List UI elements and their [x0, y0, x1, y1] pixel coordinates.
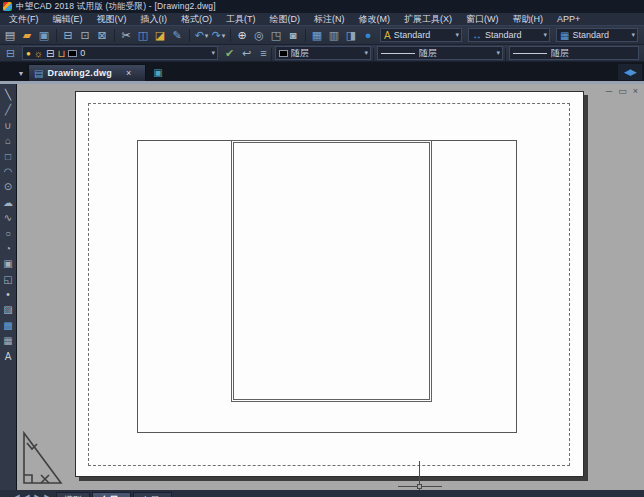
mtext-icon[interactable]: A [1, 349, 16, 364]
cut-icon[interactable]: ✂ [119, 28, 134, 43]
layer-unlock-icon[interactable]: ⊔ [57, 48, 65, 59]
menu-item[interactable]: 插入(I) [134, 13, 175, 26]
print-icon[interactable]: ⊟ [61, 28, 76, 43]
make-object-layer-current-icon[interactable]: ✔ [222, 46, 237, 61]
make-block-icon[interactable]: ◱ [1, 272, 16, 287]
text-style-combo[interactable]: A Standard ▾ [380, 28, 462, 42]
layer-previous-icon[interactable]: ↩ [239, 46, 254, 61]
revision-cloud-icon[interactable]: ☁ [1, 195, 16, 210]
menubar: 文件(F)编辑(E)视图(V)插入(I)格式(O)工具(T)绘图(D)标注(N)… [0, 13, 644, 26]
menu-item[interactable]: 窗口(W) [459, 13, 506, 26]
designcenter-icon[interactable]: ▥ [327, 28, 342, 43]
paste-icon[interactable]: ◪ [153, 28, 168, 43]
next-layout-tab-button[interactable]: ▶ [32, 492, 42, 497]
tab-label: Drawing2.dwg [47, 68, 112, 78]
arc-icon[interactable]: ◠ [1, 164, 16, 179]
drawn-rectangle[interactable] [233, 142, 430, 400]
style-combo-value: Standard [485, 30, 539, 40]
menu-item[interactable]: 视图(V) [90, 13, 134, 26]
undo-icon[interactable]: ↶▾ [194, 28, 209, 43]
ellipse-arc-icon[interactable]: ◔ [1, 241, 16, 256]
ellipse-icon[interactable]: ○ [1, 226, 16, 241]
toolbox-icon[interactable]: ◨ [344, 28, 359, 43]
linetype-combo[interactable]: 随层 ▾ [377, 46, 503, 60]
menu-item[interactable]: 工具(T) [219, 13, 263, 26]
tab-drawing2[interactable]: ▤ Drawing2.dwg × [28, 64, 146, 81]
layout-tab[interactable]: 布局2 [133, 492, 172, 497]
menu-item[interactable]: 绘图(D) [263, 13, 308, 26]
match-properties-icon[interactable]: ✎ [170, 28, 185, 43]
insert-block-icon[interactable]: ▣ [1, 256, 16, 271]
menu-item[interactable]: 格式(O) [174, 13, 219, 26]
layer-freeze-sun-icon[interactable]: ☼ [34, 48, 43, 59]
linetype-sample-icon [381, 53, 415, 54]
layer-combo[interactable]: ● ☼ ⊟ ⊔ 0 ▾ [22, 46, 218, 60]
hatch-icon[interactable]: ▨ [1, 302, 16, 317]
circle-icon[interactable]: ⊙ [1, 179, 16, 194]
properties-palette-icon[interactable]: ▦ [310, 28, 325, 43]
new-drawing-button[interactable]: ▣ [150, 65, 166, 80]
new-file-icon[interactable]: ▤ [3, 28, 18, 43]
style-combo-icon: A [384, 30, 391, 41]
zoom-realtime-icon[interactable]: ◎ [252, 28, 267, 43]
polygon-icon[interactable]: ⌂ [1, 133, 16, 148]
lineweight-combo[interactable]: 随层 [509, 46, 639, 60]
zoom-window-icon[interactable]: ◳ [269, 28, 284, 43]
help-icon[interactable]: ● [361, 28, 376, 43]
open-folder-icon[interactable]: ▰ [20, 28, 35, 43]
prev-layout-tab-button[interactable]: ◀ [22, 492, 32, 497]
copy-icon[interactable]: ◫ [136, 28, 151, 43]
zoom-previous-icon[interactable]: ◙ [286, 28, 301, 43]
tab-list-dropdown-icon[interactable]: ▼ [14, 65, 28, 81]
menu-item[interactable]: 文件(F) [2, 13, 46, 26]
current-lineweight-value: 随层 [551, 47, 636, 60]
point-icon[interactable]: • [1, 287, 16, 302]
child-close-button[interactable]: × [633, 86, 638, 96]
pickbox-cursor [417, 484, 422, 489]
table-icon[interactable]: ▦ [1, 333, 16, 348]
last-layout-tab-button[interactable]: ▶ [42, 492, 52, 497]
plot-icon[interactable]: ⊠ [95, 28, 110, 43]
gradient-icon[interactable]: ▩ [1, 318, 16, 333]
style-combo-icon: ▦ [560, 30, 569, 41]
child-restore-button[interactable]: ▭ [618, 86, 627, 96]
line-icon[interactable]: ╲ [1, 87, 16, 102]
tab-scroll-control[interactable]: ◀▶ [618, 64, 642, 80]
spline-icon[interactable]: ∿ [1, 210, 16, 225]
dim-style-combo[interactable]: ↔ Standard ▾ [468, 28, 550, 42]
app-logo-icon [3, 2, 12, 11]
drawing-file-icon: ▤ [34, 68, 43, 79]
layout-tab[interactable]: 模型 [56, 492, 90, 497]
menu-item[interactable]: 帮助(H) [506, 13, 551, 26]
print-preview-icon[interactable]: ⊡ [78, 28, 93, 43]
menu-item[interactable]: 标注(N) [307, 13, 352, 26]
menu-item[interactable]: 修改(M) [352, 13, 398, 26]
document-tabbar: ▼ ▤ Drawing2.dwg × ▣ ◀▶ [0, 62, 644, 84]
save-icon[interactable]: ▣ [37, 28, 52, 43]
standard-toolbar: ▤▰▣⊟⊡⊠✂◫◪✎↶▾↷▾⊕◎◳◙▦▥◨● A Standard ▾ ↔ St… [0, 26, 644, 45]
layer-plot-icon[interactable]: ⊟ [46, 48, 54, 59]
layout-tab[interactable]: 布局1 [92, 492, 131, 497]
first-layout-tab-button[interactable]: ◀ [12, 492, 22, 497]
menu-item[interactable]: APP+ [550, 14, 587, 24]
window-title: 中望CAD 2018 试用版 (功能受限) - [Drawing2.dwg] [16, 1, 216, 13]
layer-manager-icon[interactable]: ⊟ [3, 46, 18, 61]
construction-line-icon[interactable]: ╱ [1, 102, 16, 117]
menu-item[interactable]: 编辑(E) [46, 13, 90, 26]
rectangle-icon[interactable]: □ [1, 149, 16, 164]
layer-states-icon[interactable]: ≡ [256, 46, 271, 61]
chevron-down-icon: ▾ [211, 49, 215, 57]
menu-item[interactable]: 扩展工具(X) [397, 13, 459, 26]
close-tab-icon[interactable]: × [126, 68, 131, 78]
zwcad-window: 中望CAD 2018 试用版 (功能受限) - [Drawing2.dwg] 文… [0, 0, 644, 497]
drawing-canvas[interactable]: ─ ▭ × [17, 84, 644, 490]
redo-icon[interactable]: ↷▾ [211, 28, 226, 43]
table-style-combo[interactable]: ▦ Standard ▾ [556, 28, 638, 42]
color-combo[interactable]: 随层 ▾ [275, 46, 371, 60]
chevron-down-icon: ▾ [364, 49, 368, 57]
polyline-icon[interactable]: ∪ [1, 118, 16, 133]
current-linetype-value: 随层 [419, 47, 492, 60]
pan-icon[interactable]: ⊕ [235, 28, 250, 43]
child-minimize-button[interactable]: ─ [606, 86, 612, 96]
layer-on-bulb-icon[interactable]: ● [26, 49, 31, 58]
